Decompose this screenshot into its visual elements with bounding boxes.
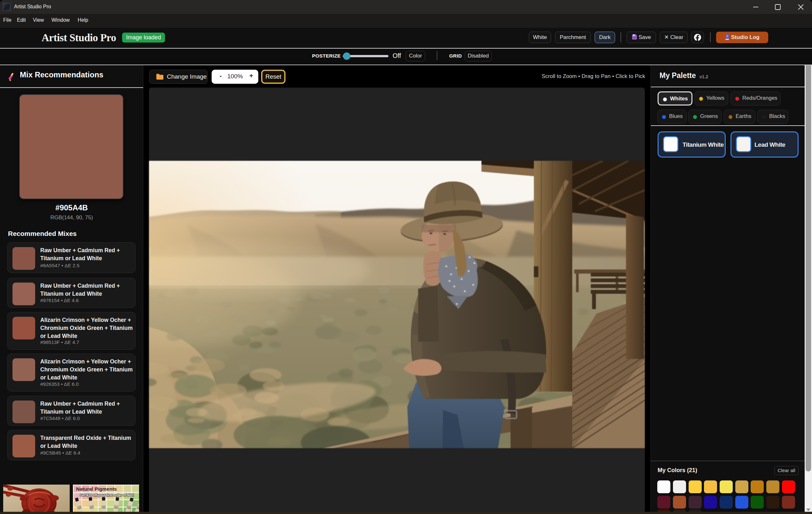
svg-text:Natural Pigments: Natural Pigments xyxy=(76,486,117,492)
svg-text:Get $10 off your first order o: Get $10 off your first order of $50! xyxy=(80,493,134,497)
